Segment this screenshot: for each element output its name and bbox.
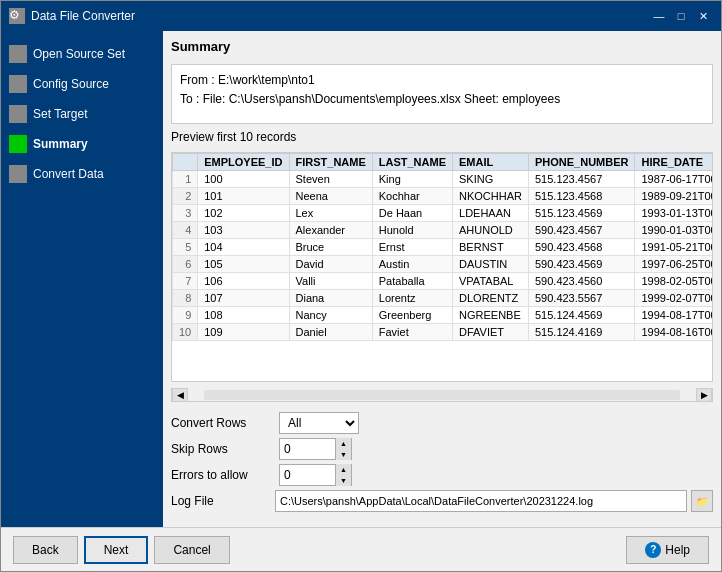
cancel-button[interactable]: Cancel bbox=[154, 536, 229, 564]
log-file-input[interactable] bbox=[275, 490, 687, 512]
table-cell: Valli bbox=[289, 273, 372, 290]
data-table: EMPLOYEE_ID FIRST_NAME LAST_NAME EMAIL P… bbox=[172, 153, 713, 341]
main-window: ⚙ Data File Converter — □ ✕ Open Source … bbox=[0, 0, 722, 572]
table-cell: 1999-02-07T00:00: bbox=[635, 290, 713, 307]
sidebar-item-summary[interactable]: Summary bbox=[1, 129, 163, 159]
sidebar-item-config-source[interactable]: Config Source bbox=[1, 69, 163, 99]
table-cell: 1994-08-16T00:00: bbox=[635, 324, 713, 341]
bottom-right-buttons: ? Help bbox=[626, 536, 709, 564]
right-panel: Summary From : E:\work\temp\nto1 To : Fi… bbox=[163, 31, 721, 527]
errors-down-button[interactable]: ▼ bbox=[335, 475, 351, 486]
scroll-right-button[interactable]: ▶ bbox=[696, 388, 712, 402]
app-icon: ⚙ bbox=[9, 8, 25, 24]
close-button[interactable]: ✕ bbox=[693, 8, 713, 24]
errors-up-button[interactable]: ▲ bbox=[335, 464, 351, 475]
table-cell: NKOCHHAR bbox=[453, 188, 529, 205]
table-row: 9108NancyGreenbergNGREENBE515.124.456919… bbox=[173, 307, 714, 324]
table-cell: 590.423.4567 bbox=[528, 222, 635, 239]
table-row: 1100StevenKingSKING515.123.45671987-06-1… bbox=[173, 171, 714, 188]
table-row: 5104BruceErnstBERNST590.423.45681991-05-… bbox=[173, 239, 714, 256]
sidebar-label-config-source: Config Source bbox=[33, 77, 109, 91]
bottom-bar: Back Next Cancel ? Help bbox=[1, 527, 721, 571]
data-table-container[interactable]: EMPLOYEE_ID FIRST_NAME LAST_NAME EMAIL P… bbox=[171, 152, 713, 382]
table-cell: Lorentz bbox=[372, 290, 452, 307]
table-row: 2101NeenaKochharNKOCHHAR515.123.45681989… bbox=[173, 188, 714, 205]
bottom-left-buttons: Back Next Cancel bbox=[13, 536, 230, 564]
errors-spinner: ▲ ▼ bbox=[279, 464, 352, 486]
skip-rows-row: Skip Rows ▲ ▼ bbox=[171, 438, 713, 460]
skip-rows-spinner: ▲ ▼ bbox=[279, 438, 352, 460]
sidebar-item-open-source-set[interactable]: Open Source Set bbox=[1, 39, 163, 69]
horizontal-scrollbar[interactable]: ◀ ▶ bbox=[171, 388, 713, 402]
sidebar-indicator-convert-data bbox=[9, 165, 27, 183]
scrollbar-track[interactable] bbox=[204, 390, 680, 400]
table-cell: Ernst bbox=[372, 239, 452, 256]
errors-input[interactable] bbox=[280, 465, 335, 485]
section-title: Summary bbox=[171, 39, 713, 54]
skip-rows-up-button[interactable]: ▲ bbox=[335, 438, 351, 449]
table-cell: Nancy bbox=[289, 307, 372, 324]
table-cell: Diana bbox=[289, 290, 372, 307]
help-button[interactable]: ? Help bbox=[626, 536, 709, 564]
sidebar-label-open-source-set: Open Source Set bbox=[33, 47, 125, 61]
cell-row-num: 9 bbox=[173, 307, 198, 324]
table-cell: 1987-06-17T00:00: bbox=[635, 171, 713, 188]
table-cell: 105 bbox=[198, 256, 289, 273]
skip-rows-input[interactable] bbox=[280, 439, 335, 459]
scroll-left-button[interactable]: ◀ bbox=[172, 388, 188, 402]
sidebar-indicator-config-source bbox=[9, 75, 27, 93]
convert-rows-label: Convert Rows bbox=[171, 416, 271, 430]
title-bar: ⚙ Data File Converter — □ ✕ bbox=[1, 1, 721, 31]
minimize-button[interactable]: — bbox=[649, 8, 669, 24]
table-cell: 1990-01-03T00:00: bbox=[635, 222, 713, 239]
table-cell: SKING bbox=[453, 171, 529, 188]
log-browse-button[interactable]: 📁 bbox=[691, 490, 713, 512]
table-cell: Pataballa bbox=[372, 273, 452, 290]
table-cell: AHUNOLD bbox=[453, 222, 529, 239]
sidebar-indicator-set-target bbox=[9, 105, 27, 123]
cell-row-num: 2 bbox=[173, 188, 198, 205]
table-cell: Bruce bbox=[289, 239, 372, 256]
table-row: 10109DanielFavietDFAVIET515.124.41691994… bbox=[173, 324, 714, 341]
table-cell: VPATABAL bbox=[453, 273, 529, 290]
col-header-num bbox=[173, 154, 198, 171]
errors-spinner-buttons: ▲ ▼ bbox=[335, 464, 351, 486]
table-cell: 590.423.4568 bbox=[528, 239, 635, 256]
skip-rows-down-button[interactable]: ▼ bbox=[335, 449, 351, 460]
next-button[interactable]: Next bbox=[84, 536, 149, 564]
maximize-button[interactable]: □ bbox=[671, 8, 691, 24]
table-body: 1100StevenKingSKING515.123.45671987-06-1… bbox=[173, 171, 714, 341]
sidebar-indicator-summary bbox=[9, 135, 27, 153]
table-cell: Neena bbox=[289, 188, 372, 205]
table-cell: 1994-08-17T00:00: bbox=[635, 307, 713, 324]
table-cell: 104 bbox=[198, 239, 289, 256]
sidebar-item-convert-data[interactable]: Convert Data bbox=[1, 159, 163, 189]
table-cell: De Haan bbox=[372, 205, 452, 222]
table-cell: 1991-05-21T00:00: bbox=[635, 239, 713, 256]
table-cell: Daniel bbox=[289, 324, 372, 341]
log-file-row: Log File 📁 bbox=[171, 490, 713, 512]
to-line: To : File: C:\Users\pansh\Documents\empl… bbox=[180, 90, 704, 109]
window-title: Data File Converter bbox=[31, 9, 135, 23]
back-button[interactable]: Back bbox=[13, 536, 78, 564]
convert-rows-select[interactable]: All First N Custom bbox=[279, 412, 359, 434]
table-cell: Kochhar bbox=[372, 188, 452, 205]
cell-row-num: 6 bbox=[173, 256, 198, 273]
sidebar-indicator-open-source-set bbox=[9, 45, 27, 63]
errors-label: Errors to allow bbox=[171, 468, 271, 482]
col-header-hire-date: HIRE_DATE bbox=[635, 154, 713, 171]
form-section: Convert Rows All First N Custom Skip Row… bbox=[171, 412, 713, 512]
table-cell: Austin bbox=[372, 256, 452, 273]
table-cell: 101 bbox=[198, 188, 289, 205]
help-label: Help bbox=[665, 543, 690, 557]
table-cell: DAUSTIN bbox=[453, 256, 529, 273]
skip-rows-label: Skip Rows bbox=[171, 442, 271, 456]
title-bar-left: ⚙ Data File Converter bbox=[9, 8, 135, 24]
table-cell: 100 bbox=[198, 171, 289, 188]
sidebar-item-set-target[interactable]: Set Target bbox=[1, 99, 163, 129]
table-cell: Lex bbox=[289, 205, 372, 222]
main-content: Open Source Set Config Source Set Target… bbox=[1, 31, 721, 527]
cell-row-num: 4 bbox=[173, 222, 198, 239]
table-cell: 515.123.4567 bbox=[528, 171, 635, 188]
table-cell: 1997-06-25T00:00: bbox=[635, 256, 713, 273]
